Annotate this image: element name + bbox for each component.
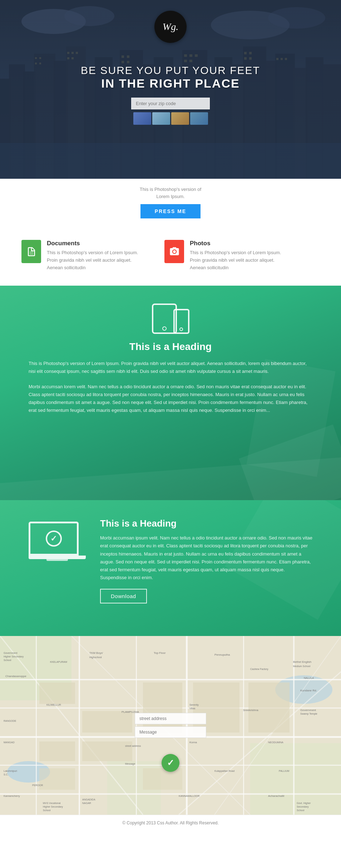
svg-text:School: School	[43, 809, 51, 812]
svg-rect-76	[39, 682, 75, 704]
svg-text:Swamp Temple: Swamp Temple	[300, 712, 317, 715]
check-mark-icon: ✓	[50, 534, 57, 543]
download-button[interactable]: Download	[100, 589, 147, 603]
svg-text:Lakshmipuri: Lakshmipuri	[4, 770, 17, 773]
features-section: Documents This is Photoshop's version of…	[0, 229, 341, 286]
map-check-button[interactable]: ✓	[162, 754, 179, 772]
svg-text:Kundane Rd.: Kundane Rd.	[300, 689, 317, 692]
feature-documents: Documents This is Photoshop's version of…	[21, 240, 143, 271]
thumbnail-3[interactable]	[171, 112, 189, 125]
thumbnail-4[interactable]	[190, 112, 208, 125]
phone-icon	[173, 309, 189, 334]
svg-text:KILIMELLUR: KILIMELLUR	[46, 704, 61, 706]
section2-text: This is a Heading Morbi accumsan ipsum v…	[100, 518, 312, 603]
svg-text:S.C.: S.C.	[4, 773, 9, 776]
svg-text:NEODUMINA: NEODUMINA	[268, 741, 283, 744]
check-circle-icon: ✓	[46, 531, 62, 547]
hero-line2: IN THE RIGHT PLACE	[81, 77, 260, 90]
green-section-2: ✓ This is a Heading Morbi accumsan ipsum…	[0, 500, 341, 636]
photos-icon	[164, 240, 184, 263]
svg-text:KKELAPURAM: KKELAPURAM	[50, 661, 67, 663]
footer-text: © Copyright 2013 Css Author. All Rights …	[122, 820, 219, 825]
laptop-screen: ✓	[29, 522, 79, 556]
svg-rect-61	[0, 679, 341, 680]
hero-cta-section: This is Photoshop's version of Lorem Ips…	[0, 179, 341, 229]
svg-rect-77	[82, 711, 132, 733]
zip-code-input[interactable]	[131, 98, 210, 109]
thumbnail-2[interactable]	[152, 112, 170, 125]
svg-text:PALLIUM: PALLIUM	[279, 770, 290, 772]
svg-text:Serenity: Serenity	[189, 704, 199, 706]
svg-rect-82	[248, 682, 290, 733]
hero-thumbnails	[133, 112, 208, 125]
green-section1-paragraph2: Morbi accumsan lorem velit. Nam nec tell…	[29, 383, 312, 414]
section2-content: ✓ This is a Heading Morbi accumsan ipsum…	[29, 518, 312, 603]
svg-text:KANNAMALLOOR: KANNAMALLOOR	[179, 795, 199, 797]
svg-text:Pennuputha: Pennuputha	[214, 653, 230, 656]
feature-documents-desc: This is Photoshop's version of Lorem Ips…	[47, 249, 143, 271]
svg-text:Kulappattan Road: Kulappattan Road	[214, 770, 234, 773]
svg-text:TKM Boys': TKM Boys'	[89, 651, 103, 655]
map-input-overlay	[135, 713, 206, 738]
svg-rect-70	[243, 636, 244, 815]
svg-text:street address: street address	[125, 745, 141, 747]
svg-rect-81	[82, 741, 132, 761]
svg-text:NAGAR: NAGAR	[82, 802, 91, 804]
svg-text:Government: Government	[300, 709, 316, 712]
svg-text:Koma: Koma	[189, 741, 197, 744]
svg-text:PEROOR: PEROOR	[32, 784, 43, 786]
svg-text:Medium School: Medium School	[293, 665, 311, 667]
green-section-1: This is a Heading This is Photoshop's ve…	[0, 286, 341, 500]
laptop-icon: ✓	[29, 522, 86, 561]
map-street-input[interactable]	[135, 713, 206, 724]
svg-text:Sreekrishna: Sreekrishna	[243, 709, 258, 712]
map-check-icon: ✓	[167, 758, 174, 768]
feature-photos-desc: This is Photoshop's version of Lorem Ips…	[190, 249, 286, 271]
svg-text:MVS Vocational: MVS Vocational	[43, 802, 61, 804]
svg-text:ANGADIDA: ANGADIDA	[82, 798, 95, 801]
svg-text:Kannamcherry: Kannamcherry	[4, 795, 20, 798]
feature-photos-title: Photos	[190, 240, 286, 247]
svg-rect-67	[79, 636, 80, 815]
svg-text:Cashew Factory: Cashew Factory	[250, 668, 268, 671]
svg-text:Highschool: Highschool	[89, 656, 102, 659]
hero-section: Wg. BE SURE YOU PUT YOUR FEET IN THE RIG…	[0, 0, 341, 179]
logo-circle: Wg.	[154, 11, 187, 43]
svg-rect-84	[143, 768, 182, 790]
feature-documents-title: Documents	[47, 240, 143, 247]
laptop-stand	[46, 559, 68, 561]
svg-text:Secondary: Secondary	[297, 805, 309, 808]
press-me-button[interactable]: PRESS ME	[140, 204, 201, 218]
diagonal-stripe	[0, 457, 341, 500]
svg-rect-80	[39, 741, 75, 761]
svg-text:RANGODE: RANGODE	[4, 720, 16, 722]
svg-text:NALLILA: NALLILA	[304, 677, 314, 679]
devices-icon	[29, 304, 312, 334]
svg-text:School: School	[297, 809, 305, 812]
svg-text:MANGAD: MANGAD	[4, 741, 15, 744]
svg-rect-65	[0, 793, 341, 795]
footer: © Copyright 2013 Css Author. All Rights …	[0, 815, 341, 830]
map-section: Chandasanoppe KKELAPURAM Pennuputha Cash…	[0, 636, 341, 815]
logo-text: Wg.	[163, 22, 178, 32]
map-message-input[interactable]	[135, 726, 206, 738]
green-section1-heading: This is a Heading	[29, 341, 312, 352]
green-section2-paragraph: Morbi accumsan ipsum velit. Nam nec tell…	[100, 534, 312, 582]
green-section1-paragraph1: This is Photoshop's version of Lorem Ips…	[29, 360, 312, 375]
thumbnail-1[interactable]	[133, 112, 151, 125]
svg-text:Message: Message	[125, 763, 135, 765]
svg-rect-83	[39, 768, 75, 790]
green-section2-heading: This is a Heading	[100, 518, 312, 529]
svg-text:School: School	[4, 659, 11, 661]
svg-text:Top Floor: Top Floor	[154, 651, 166, 655]
svg-text:Chandasanoppe: Chandasanoppe	[5, 675, 26, 678]
documents-icon	[21, 240, 41, 263]
svg-text:Higher Secondary: Higher Secondary	[43, 805, 63, 808]
feature-documents-text: Documents This is Photoshop's version of…	[47, 240, 143, 271]
laptop-base	[29, 556, 86, 559]
svg-rect-66	[36, 636, 37, 815]
hero-lorem-text: This is Photoshop's version of Lorem Ips…	[135, 186, 206, 200]
svg-text:Villas: Villas	[189, 707, 196, 710]
svg-text:Bethel English: Bethel English	[293, 660, 311, 664]
hero-line1: BE SURE YOU PUT YOUR FEET	[81, 64, 260, 77]
